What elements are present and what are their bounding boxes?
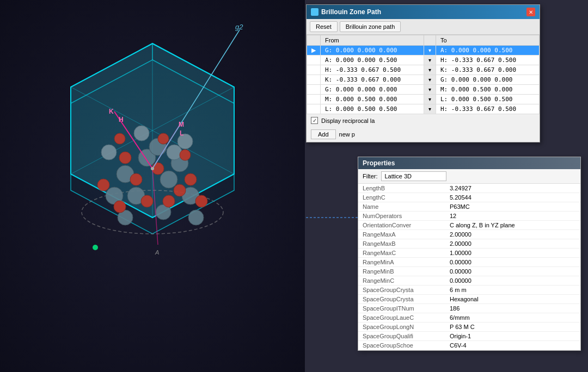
prop-key: SpaceGroupCrysta [358,295,445,304]
props-filter-row: Filter: [358,169,580,184]
props-table-row: SpaceGroupSchoeC6V-4 [358,341,580,350]
bzp-close-button[interactable]: ✕ [526,8,535,16]
label-M: M [179,121,184,128]
svg-point-20 [118,210,133,225]
col-arrow-header [307,35,321,46]
bzp-table-row[interactable]: M: 0.000 0.500 0.000▾L: 0.000 0.500 0.50… [307,95,540,104]
svg-point-37 [114,133,125,144]
svg-line-4 [71,87,234,174]
prop-value: 186 [445,304,580,313]
row-dropdown[interactable]: ▾ [424,46,436,55]
label-g2: g2 [235,23,243,31]
row-dropdown[interactable]: ▾ [424,65,436,75]
row-arrow [307,95,321,104]
bzp-table-container: From To ▶G: 0.000 0.000 0.000▾A: 0.000 0… [307,35,540,114]
add-button[interactable]: Add [311,129,336,139]
bzp-table-row[interactable]: K: -0.333 0.667 0.000▾G: 0.000 0.000 0.0… [307,75,540,85]
bzp-dialog: Brillouin Zone Path ✕ Reset Brillouin zo… [306,4,540,142]
svg-point-45 [93,245,98,250]
props-table-row: NameP63MC [358,202,580,212]
svg-point-14 [127,187,145,204]
row-dropdown[interactable]: ▾ [424,95,436,104]
bzp-table-row[interactable]: G: 0.000 0.000 0.000▾M: 0.000 0.500 0.00… [307,85,540,95]
3d-viewport[interactable]: A g2 K H M L [0,0,305,372]
brillouin-zone-path-button[interactable]: Brillouin zone path [340,21,401,32]
row-dropdown[interactable]: ▾ [424,85,436,95]
prop-value: 2.00000 [445,239,580,249]
props-table: LengthB3.24927LengthC5.20544NameP63MCNum… [358,184,580,350]
props-filter-label: Filter: [363,173,378,179]
prop-key: NumOperators [358,212,445,221]
svg-point-31 [195,195,207,207]
prop-value: P63MC [445,202,580,212]
prop-value: 3.24927 [445,184,580,193]
prop-value: P 63 M C [445,323,580,332]
props-table-row: SpaceGroupQualifiOrigin-1 [358,332,580,341]
row-from: L: 0.000 0.500 0.500 [321,104,424,114]
bzp-title: Brillouin Zone Path [321,8,381,16]
display-reciprocal-label: Display reciprocal la [321,117,375,124]
props-table-row: RangeMinC0.00000 [358,276,580,286]
props-table-row: RangeMinA0.00000 [358,258,580,267]
reset-button[interactable]: Reset [310,21,338,32]
prop-value: 1.00000 [445,249,580,258]
row-from: G: 0.000 0.000 0.000 [321,85,424,95]
row-from: K: -0.333 0.667 0.000 [321,75,424,85]
row-from: M: 0.000 0.500 0.000 [321,95,424,104]
row-to: L: 0.000 0.500 0.500 [436,95,540,104]
bzp-table-row[interactable]: H: -0.333 0.667 0.500▾K: -0.333 0.667 0.… [307,65,540,75]
prop-key: SpaceGroupSchoe [358,341,445,350]
prop-key: RangeMaxA [358,230,445,239]
svg-point-15 [160,171,177,188]
display-reciprocal-checkbox[interactable] [311,117,318,124]
prop-key: OrientationConver [358,221,445,230]
bzp-icon [311,8,318,16]
label-L: L [180,129,183,137]
row-dropdown[interactable]: ▾ [424,55,436,65]
props-title: Properties [363,159,395,167]
col-dropdown-header [424,35,436,46]
svg-point-24 [152,163,164,175]
row-arrow: ▶ [307,46,321,55]
prop-key: SpaceGroupCrysta [358,286,445,295]
bzp-table-row[interactable]: ▶G: 0.000 0.000 0.000▾A: 0.000 0.000 0.5… [307,46,540,55]
row-to: K: -0.333 0.667 0.000 [436,65,540,75]
svg-line-41 [152,125,180,169]
props-filter-input[interactable] [381,171,446,181]
prop-value: 5.20544 [445,193,580,202]
svg-point-35 [134,126,149,141]
prop-value: 6 m m [445,286,580,295]
col-to-header: To [436,35,540,46]
row-arrow [307,75,321,85]
props-table-row: RangeMaxA2.00000 [358,230,580,239]
svg-point-22 [188,210,204,225]
prop-key: SpaceGroupITNum [358,304,445,313]
row-to: M: 0.000 0.500 0.000 [436,85,540,95]
prop-value: Origin-1 [445,332,580,341]
props-table-row: LengthB3.24927 [358,184,580,193]
svg-point-33 [101,145,117,160]
viewport-overlay: A [0,0,305,372]
prop-value: Hexagonal [445,295,580,304]
svg-point-32 [97,179,109,191]
svg-point-28 [163,195,175,207]
props-table-row: RangeMinB0.00000 [358,267,580,276]
svg-point-38 [158,133,169,144]
row-dropdown[interactable]: ▾ [424,75,436,85]
props-table-row: SpaceGroupITNum186 [358,304,580,313]
bzp-table-row[interactable]: L: 0.000 0.500 0.500▾H: -0.333 0.667 0.5… [307,104,540,114]
svg-line-5 [71,87,234,174]
svg-point-26 [174,184,186,196]
prop-value: 2.00000 [445,230,580,239]
row-arrow [307,55,321,65]
props-table-row: RangeMaxC1.00000 [358,249,580,258]
svg-marker-10 [71,60,234,234]
add-section: Add new p [307,127,540,142]
svg-point-29 [185,173,197,185]
bzp-table-row[interactable]: A: 0.000 0.000 0.500▾H: -0.333 0.667 0.5… [307,55,540,65]
label-K: K [109,108,114,115]
svg-marker-6 [71,44,234,218]
row-arrow [307,85,321,95]
prop-value: 0.00000 [445,276,580,286]
row-dropdown[interactable]: ▾ [424,104,436,114]
